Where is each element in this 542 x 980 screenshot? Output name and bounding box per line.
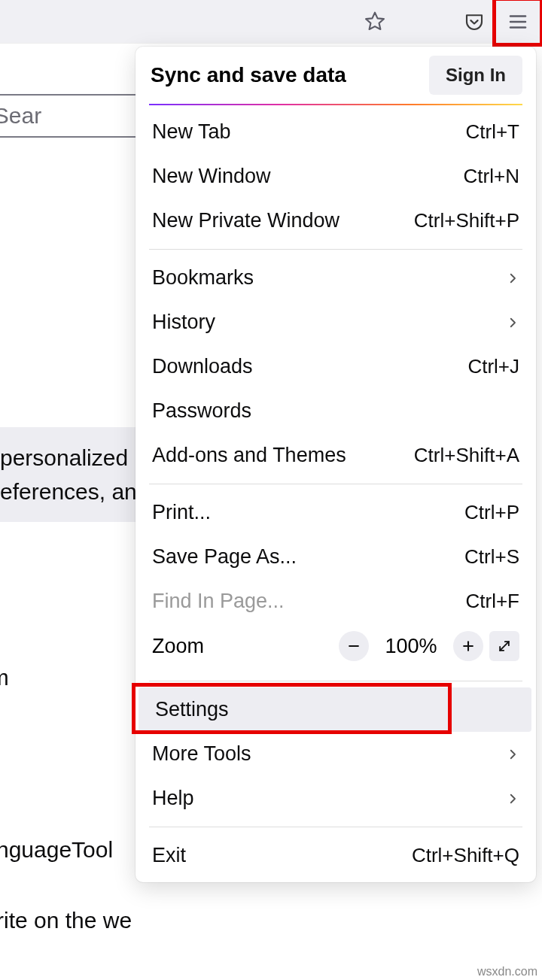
- menu-item-shortcut: Ctrl+N: [464, 165, 519, 188]
- menu-item-new-tab[interactable]: New Tab Ctrl+T: [136, 110, 536, 154]
- chevron-right-icon: [506, 748, 519, 761]
- menu-item-new-private-window[interactable]: New Private Window Ctrl+Shift+P: [136, 199, 536, 243]
- menu-item-zoom: Zoom 100%: [136, 623, 536, 675]
- search-placeholder: Sear: [0, 103, 41, 129]
- menu-item-print[interactable]: Print... Ctrl+P: [136, 490, 536, 535]
- zoom-label: Zoom: [152, 635, 333, 658]
- menu-item-shortcut: Ctrl+T: [466, 120, 520, 144]
- menu-item-label: Find In Page...: [152, 590, 466, 613]
- menu-item-help[interactable]: Help: [136, 776, 536, 821]
- sync-row: Sync and save data Sign In: [136, 54, 536, 101]
- star-icon[interactable]: [355, 2, 394, 41]
- menu-item-label: Exit: [152, 844, 412, 867]
- menu-item-new-window[interactable]: New Window Ctrl+N: [136, 154, 536, 199]
- menu-item-shortcut: Ctrl+S: [464, 545, 519, 569]
- menu-item-label: New Private Window: [152, 209, 414, 232]
- menu-item-shortcut: Ctrl+P: [464, 501, 519, 524]
- menu-item-label: Downloads: [152, 355, 467, 378]
- menu-item-label: New Window: [152, 165, 464, 188]
- menu-item-label: Passwords: [152, 399, 519, 423]
- menu-item-exit[interactable]: Exit Ctrl+Shift+Q: [136, 833, 536, 878]
- hamburger-icon[interactable]: [507, 11, 529, 33]
- app-menu-button-highlight: [494, 0, 542, 45]
- zoom-out-button[interactable]: [339, 631, 369, 661]
- browser-toolbar: [0, 0, 542, 44]
- menu-item-label: New Tab: [152, 120, 466, 144]
- sync-divider: [149, 104, 522, 105]
- write-line: rite on the we: [0, 908, 292, 933]
- menu-item-addons[interactable]: Add-ons and Themes Ctrl+Shift+A: [136, 433, 536, 478]
- sign-in-button[interactable]: Sign In: [429, 56, 522, 95]
- menu-item-shortcut: Ctrl+F: [466, 590, 520, 613]
- chevron-right-icon: [506, 316, 519, 329]
- menu-item-label: Print...: [152, 501, 464, 524]
- menu-item-save-page-as[interactable]: Save Page As... Ctrl+S: [136, 535, 536, 579]
- pocket-icon[interactable]: [455, 2, 494, 41]
- menu-item-find-in-page[interactable]: Find In Page... Ctrl+F: [136, 579, 536, 623]
- menu-item-history[interactable]: History: [136, 300, 536, 344]
- menu-item-shortcut: Ctrl+Shift+A: [414, 444, 519, 467]
- chevron-right-icon: [506, 792, 519, 806]
- menu-item-passwords[interactable]: Passwords: [136, 389, 536, 433]
- menu-item-downloads[interactable]: Downloads Ctrl+J: [136, 344, 536, 389]
- menu-item-more-tools[interactable]: More Tools: [136, 732, 536, 776]
- watermark: wsxdn.com: [477, 965, 537, 978]
- menu-item-label: Bookmarks: [152, 266, 506, 290]
- zoom-in-button[interactable]: [453, 631, 483, 661]
- menu-separator: [149, 249, 522, 250]
- menu-item-label: Save Page As...: [152, 545, 464, 569]
- menu-separator: [149, 681, 522, 681]
- menu-separator: [149, 484, 522, 484]
- fullscreen-button[interactable]: [489, 631, 519, 661]
- menu-item-label: History: [152, 311, 506, 334]
- svg-line-6: [500, 642, 509, 651]
- menu-item-shortcut: Ctrl+J: [467, 355, 519, 378]
- menu-item-shortcut: Ctrl+Shift+Q: [412, 844, 519, 867]
- menu-item-settings[interactable]: Settings: [139, 687, 531, 732]
- menu-separator: [149, 827, 522, 827]
- app-menu-panel: Sync and save data Sign In New Tab Ctrl+…: [136, 47, 536, 882]
- menu-item-label: Add-ons and Themes: [152, 444, 414, 467]
- menu-item-label: Settings: [155, 698, 515, 721]
- menu-item-label: More Tools: [152, 742, 506, 766]
- chevron-right-icon: [506, 272, 519, 285]
- sync-label: Sync and save data: [151, 63, 429, 87]
- zoom-value: 100%: [375, 635, 447, 658]
- menu-item-bookmarks[interactable]: Bookmarks: [136, 256, 536, 300]
- menu-item-label: Help: [152, 787, 506, 810]
- menu-item-shortcut: Ctrl+Shift+P: [414, 209, 519, 232]
